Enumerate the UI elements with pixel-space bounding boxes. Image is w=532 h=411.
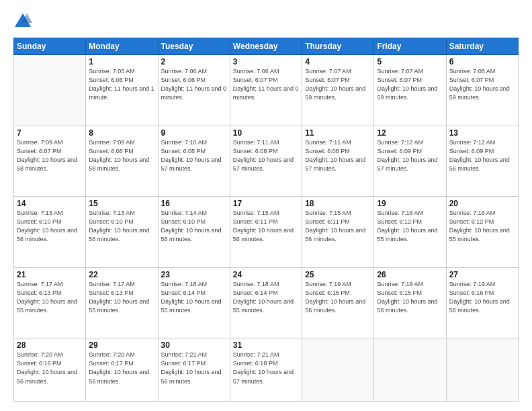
- sun-info: Sunrise: 7:13 AMSunset: 6:10 PMDaylight:…: [17, 209, 83, 244]
- calendar-day-cell: 11Sunrise: 7:11 AMSunset: 6:08 PMDayligh…: [302, 126, 374, 197]
- calendar-day-cell: 2Sunrise: 7:06 AMSunset: 6:06 PMDaylight…: [158, 55, 230, 126]
- calendar-day-cell: 1Sunrise: 7:05 AMSunset: 6:06 PMDaylight…: [86, 55, 158, 126]
- sun-info: Sunrise: 7:06 AMSunset: 6:07 PMDaylight:…: [233, 67, 299, 102]
- calendar-header-row: SundayMondayTuesdayWednesdayThursdayFrid…: [14, 38, 519, 55]
- day-number: 26: [377, 270, 443, 279]
- day-number: 29: [89, 340, 154, 350]
- day-number: 22: [89, 270, 154, 279]
- calendar-day-cell: [14, 55, 86, 126]
- day-number: 16: [161, 199, 227, 208]
- day-number: 23: [161, 270, 227, 279]
- day-number: 30: [161, 340, 227, 350]
- sun-info: Sunrise: 7:05 AMSunset: 6:06 PMDaylight:…: [89, 67, 154, 102]
- day-number: 7: [17, 128, 83, 138]
- sun-info: Sunrise: 7:21 AMSunset: 6:17 PMDaylight:…: [161, 351, 227, 385]
- day-number: 8: [89, 128, 154, 138]
- calendar-table: SundayMondayTuesdayWednesdayThursdayFrid…: [13, 38, 519, 402]
- calendar-day-cell: 31Sunrise: 7:21 AMSunset: 6:18 PMDayligh…: [230, 338, 302, 402]
- calendar-day-cell: 27Sunrise: 7:19 AMSunset: 6:16 PMDayligh…: [446, 267, 518, 338]
- sun-info: Sunrise: 7:09 AMSunset: 6:07 PMDaylight:…: [17, 138, 83, 173]
- day-number: 18: [305, 199, 371, 208]
- calendar-header-saturday: Saturday: [446, 38, 518, 55]
- calendar-header-thursday: Thursday: [302, 38, 374, 55]
- calendar-header-monday: Monday: [86, 38, 158, 55]
- calendar-week-row: 14Sunrise: 7:13 AMSunset: 6:10 PMDayligh…: [14, 197, 519, 268]
- sun-info: Sunrise: 7:20 AMSunset: 6:17 PMDaylight:…: [89, 351, 154, 385]
- calendar-day-cell: [302, 338, 374, 402]
- calendar-day-cell: 5Sunrise: 7:07 AMSunset: 6:07 PMDaylight…: [374, 55, 446, 126]
- day-number: 6: [449, 57, 515, 66]
- sun-info: Sunrise: 7:19 AMSunset: 6:15 PMDaylight:…: [305, 280, 371, 315]
- logo: [13, 12, 35, 31]
- sun-info: Sunrise: 7:21 AMSunset: 6:18 PMDaylight:…: [233, 351, 299, 385]
- day-number: 25: [305, 270, 371, 279]
- calendar-day-cell: 7Sunrise: 7:09 AMSunset: 6:07 PMDaylight…: [14, 126, 86, 197]
- sun-info: Sunrise: 7:14 AMSunset: 6:10 PMDaylight:…: [161, 209, 227, 244]
- sun-info: Sunrise: 7:20 AMSunset: 6:16 PMDaylight:…: [17, 351, 83, 385]
- logo-icon: [13, 12, 32, 31]
- sun-info: Sunrise: 7:09 AMSunset: 6:08 PMDaylight:…: [89, 138, 154, 173]
- day-number: 14: [17, 199, 83, 208]
- calendar-day-cell: 13Sunrise: 7:12 AMSunset: 6:09 PMDayligh…: [446, 126, 518, 197]
- day-number: 5: [377, 57, 443, 66]
- calendar-day-cell: 6Sunrise: 7:08 AMSunset: 6:07 PMDaylight…: [446, 55, 518, 126]
- sun-info: Sunrise: 7:11 AMSunset: 6:08 PMDaylight:…: [305, 138, 371, 173]
- day-number: 2: [161, 57, 227, 66]
- calendar-header-sunday: Sunday: [14, 38, 86, 55]
- day-number: 27: [449, 270, 515, 279]
- sun-info: Sunrise: 7:16 AMSunset: 6:12 PMDaylight:…: [377, 209, 443, 244]
- day-number: 1: [89, 57, 154, 66]
- calendar-day-cell: 24Sunrise: 7:18 AMSunset: 6:14 PMDayligh…: [230, 267, 302, 338]
- calendar-day-cell: 10Sunrise: 7:11 AMSunset: 6:08 PMDayligh…: [230, 126, 302, 197]
- calendar-day-cell: 8Sunrise: 7:09 AMSunset: 6:08 PMDaylight…: [86, 126, 158, 197]
- calendar-day-cell: 22Sunrise: 7:17 AMSunset: 6:13 PMDayligh…: [86, 267, 158, 338]
- calendar-day-cell: 18Sunrise: 7:15 AMSunset: 6:11 PMDayligh…: [302, 197, 374, 268]
- calendar-day-cell: 23Sunrise: 7:18 AMSunset: 6:14 PMDayligh…: [158, 267, 230, 338]
- calendar-day-cell: 14Sunrise: 7:13 AMSunset: 6:10 PMDayligh…: [14, 197, 86, 268]
- calendar-day-cell: 17Sunrise: 7:15 AMSunset: 6:11 PMDayligh…: [230, 197, 302, 268]
- day-number: 24: [233, 270, 299, 279]
- calendar-day-cell: [446, 338, 518, 402]
- sun-info: Sunrise: 7:10 AMSunset: 6:08 PMDaylight:…: [161, 138, 227, 173]
- day-number: 9: [161, 128, 227, 138]
- calendar-header-tuesday: Tuesday: [158, 38, 230, 55]
- calendar-day-cell: 20Sunrise: 7:16 AMSunset: 6:12 PMDayligh…: [446, 197, 518, 268]
- sun-info: Sunrise: 7:17 AMSunset: 6:13 PMDaylight:…: [89, 280, 154, 315]
- sun-info: Sunrise: 7:11 AMSunset: 6:08 PMDaylight:…: [233, 138, 299, 173]
- day-number: 17: [233, 199, 299, 208]
- calendar-day-cell: 12Sunrise: 7:12 AMSunset: 6:09 PMDayligh…: [374, 126, 446, 197]
- calendar-week-row: 7Sunrise: 7:09 AMSunset: 6:07 PMDaylight…: [14, 126, 519, 197]
- sun-info: Sunrise: 7:18 AMSunset: 6:14 PMDaylight:…: [233, 280, 299, 315]
- header: [13, 12, 519, 31]
- day-number: 21: [17, 270, 83, 279]
- day-number: 4: [305, 57, 371, 66]
- day-number: 13: [449, 128, 515, 138]
- calendar-day-cell: 21Sunrise: 7:17 AMSunset: 6:13 PMDayligh…: [14, 267, 86, 338]
- sun-info: Sunrise: 7:08 AMSunset: 6:07 PMDaylight:…: [449, 67, 515, 102]
- sun-info: Sunrise: 7:13 AMSunset: 6:10 PMDaylight:…: [89, 209, 154, 244]
- calendar-day-cell: 19Sunrise: 7:16 AMSunset: 6:12 PMDayligh…: [374, 197, 446, 268]
- calendar-header-friday: Friday: [374, 38, 446, 55]
- calendar-day-cell: 29Sunrise: 7:20 AMSunset: 6:17 PMDayligh…: [86, 338, 158, 402]
- day-number: 19: [377, 199, 443, 208]
- calendar-day-cell: 4Sunrise: 7:07 AMSunset: 6:07 PMDaylight…: [302, 55, 374, 126]
- sun-info: Sunrise: 7:18 AMSunset: 6:14 PMDaylight:…: [161, 280, 227, 315]
- calendar-day-cell: 25Sunrise: 7:19 AMSunset: 6:15 PMDayligh…: [302, 267, 374, 338]
- sun-info: Sunrise: 7:19 AMSunset: 6:15 PMDaylight:…: [377, 280, 443, 315]
- day-number: 3: [233, 57, 299, 66]
- sun-info: Sunrise: 7:15 AMSunset: 6:11 PMDaylight:…: [233, 209, 299, 244]
- day-number: 20: [449, 199, 515, 208]
- calendar-header-wednesday: Wednesday: [230, 38, 302, 55]
- sun-info: Sunrise: 7:07 AMSunset: 6:07 PMDaylight:…: [377, 67, 443, 102]
- calendar-day-cell: 9Sunrise: 7:10 AMSunset: 6:08 PMDaylight…: [158, 126, 230, 197]
- calendar-page: SundayMondayTuesdayWednesdayThursdayFrid…: [0, 0, 532, 411]
- sun-info: Sunrise: 7:17 AMSunset: 6:13 PMDaylight:…: [17, 280, 83, 315]
- calendar-day-cell: 30Sunrise: 7:21 AMSunset: 6:17 PMDayligh…: [158, 338, 230, 402]
- day-number: 28: [17, 340, 83, 350]
- day-number: 12: [377, 128, 443, 138]
- day-number: 10: [233, 128, 299, 138]
- calendar-day-cell: 16Sunrise: 7:14 AMSunset: 6:10 PMDayligh…: [158, 197, 230, 268]
- calendar-day-cell: 3Sunrise: 7:06 AMSunset: 6:07 PMDaylight…: [230, 55, 302, 126]
- day-number: 15: [89, 199, 154, 208]
- day-number: 11: [305, 128, 371, 138]
